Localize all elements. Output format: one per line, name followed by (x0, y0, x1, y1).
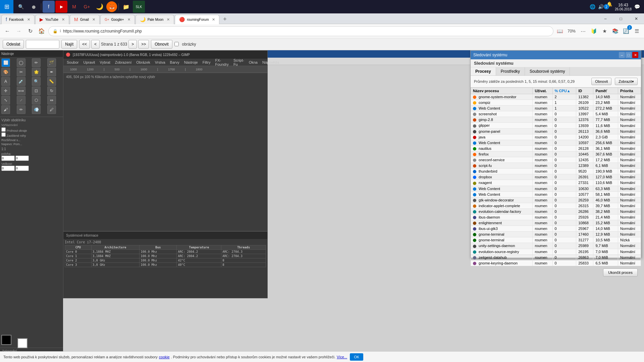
pos-x-input[interactable] (1, 156, 15, 161)
tool-foreground[interactable]: 🌟 (32, 68, 41, 76)
tool-by-color[interactable]: 🎨 (1, 68, 10, 76)
process-row-8[interactable]: Web Content roumen 0 10597 256,6 MiB Nor… (471, 140, 641, 145)
tab-gmail[interactable]: M Gmail ✕ (70, 15, 100, 24)
tool-paths[interactable]: ✒ (47, 68, 56, 76)
start-button[interactable]: ⊞ (0, 0, 13, 13)
background-color[interactable] (17, 338, 28, 348)
process-row-2[interactable]: Web Content roumen 1 10522 272,2 MiB Nor… (471, 106, 641, 111)
process-row-4[interactable]: gimp-2.8 roumen 0 12376 77,7 MiB Normáln… (471, 117, 641, 123)
tool-color-picker[interactable]: 💉 (17, 77, 25, 86)
home-button[interactable]: 🏠 (37, 26, 46, 36)
taskbar-gmail[interactable]: M (68, 1, 80, 13)
taskbar-facebook[interactable]: f (43, 1, 55, 13)
process-row-0[interactable]: gnome-system-monitor roumen 2 11382 14,0… (471, 94, 641, 100)
prev-page-button[interactable]: < (91, 40, 100, 49)
gimp-menu-napoveda[interactable]: Nápověda (260, 60, 281, 65)
tool-free-select[interactable]: ✏ (32, 58, 41, 67)
process-row-17[interactable]: Web Content roumen 0 10577 58,1 MiB Norm… (471, 191, 641, 197)
size-h-input[interactable] (15, 166, 29, 171)
images-checkbox[interactable] (174, 42, 179, 46)
tool-rotate[interactable]: ↻ (47, 86, 56, 95)
process-row-12[interactable]: script-fu roumen 0 12389 6,1 MiB Normáln… (471, 163, 641, 169)
tool-pencil[interactable]: ✏ (17, 105, 25, 114)
url-text[interactable]: https://www.rouming.cz/roumingForumII.ph… (63, 29, 549, 34)
tm-maximize[interactable]: □ (626, 52, 632, 58)
back-button[interactable]: ← (3, 26, 12, 36)
process-row-27[interactable]: evolution-source-registry roumen 0 26195… (471, 249, 641, 254)
gimp-menu-vrstva[interactable]: Vrstva (153, 60, 167, 65)
gimp-menu-vybrat[interactable]: Vybrat (98, 60, 112, 65)
reader-view-icon[interactable]: 📖 (555, 26, 565, 36)
taskbar-slk[interactable]: SLK (133, 1, 145, 13)
library-icon[interactable]: 📚 (610, 26, 620, 36)
process-row-23[interactable]: ibus-ui-gtk3 roumen 0 25967 14,0 MiB Nor… (471, 226, 641, 232)
tool-flip[interactable]: ⇔ (47, 96, 56, 105)
taskbar-googleplus[interactable]: G+ (81, 1, 93, 13)
tm-tab-resources[interactable]: Prostředky (496, 67, 525, 75)
process-row-25[interactable]: gnome-terminal roumen 0 31277 10,5 MiB N… (471, 237, 641, 243)
maximize-button[interactable]: □ (613, 13, 629, 24)
tool-align[interactable]: ⟺ (17, 86, 25, 95)
process-row-13[interactable]: thunderbird roumen 0 9520 190,9 MiB Norm… (471, 169, 641, 174)
submit-button[interactable]: Odeslat (3, 40, 24, 49)
last-page-button[interactable]: >> (138, 40, 149, 49)
tab-youtube-close[interactable]: ✕ (62, 17, 65, 22)
volume-icon[interactable]: 🔊 (598, 4, 604, 9)
tool-paint[interactable]: 🖌 (1, 105, 10, 114)
process-row-18[interactable]: gtk-window-decorator roumen 0 26259 46,0… (471, 197, 641, 203)
taskbar-youtube[interactable]: ▶ (55, 1, 67, 13)
bookmark-icon[interactable]: ★ (600, 26, 609, 36)
col-mem[interactable]: Paměť (593, 88, 618, 94)
tab-youtube[interactable]: ▶ YouTube ✕ (35, 15, 69, 24)
taskbar-palemoon[interactable]: 🌙 (94, 1, 106, 13)
process-row-5[interactable]: glipper roumen 0 13939 11,6 MiB Normální (471, 123, 641, 128)
process-row-6[interactable]: gnome-panel roumen 0 26113 36,6 MiB Norm… (471, 128, 641, 134)
tool-move[interactable]: ✛ (1, 86, 10, 95)
process-row-22[interactable]: enlightenment roumen 0 10868 15,2 MiB No… (471, 220, 641, 226)
col-cpu[interactable]: % CPU▲ (552, 88, 576, 94)
gimp-menu-fxfoundry[interactable]: FX-Foundry (213, 58, 231, 67)
gimp-menu-scriptfu[interactable]: Script-Fu (231, 58, 246, 67)
tm-refresh-btn[interactable]: Obnovit (591, 78, 611, 85)
cookie-ok-button[interactable]: OK (350, 353, 363, 361)
tab-facebook-close[interactable]: ✕ (27, 17, 30, 22)
col-priority[interactable]: Priorita (618, 88, 641, 94)
tool-zoom[interactable]: 🔍 (32, 77, 41, 86)
tool-rect-select[interactable]: ⬜ (1, 58, 10, 67)
tab-gplus-close[interactable]: ✕ (127, 17, 130, 22)
cookie-more-link[interactable]: Více... (337, 355, 347, 359)
process-row-29[interactable]: gnome-keyring-daemon roumen 0 25833 6,5 … (471, 260, 641, 266)
gimp-menu-soubor[interactable]: Soubor (65, 60, 80, 65)
pocket-icon[interactable]: 🔰 (589, 26, 598, 36)
taskbar-firefox[interactable]: 🦊 (106, 1, 117, 12)
taskbar-filemanager[interactable]: 📁 (120, 1, 132, 13)
process-row-14[interactable]: dropbox roumen 0 26391 127,0 MiB Normáln… (471, 174, 641, 180)
forward-button[interactable]: → (14, 26, 23, 36)
url-bar[interactable]: 🔒 ℹ https://www.rouming.cz/roumingForumI… (48, 26, 553, 36)
gimp-menu-obrazek[interactable]: Obrázek (134, 60, 152, 65)
tm-close[interactable]: ✕ (632, 52, 638, 58)
refresh-button[interactable]: Obnovit (151, 40, 172, 49)
minimize-button[interactable]: – (598, 13, 613, 24)
tool-scale[interactable]: ⤡ (1, 96, 10, 105)
taskbar-icon-cortana[interactable]: ⬤ (28, 1, 40, 13)
process-row-16[interactable]: Web Content roumen 0 10630 63,3 MiB Norm… (471, 186, 641, 191)
search-input[interactable] (26, 40, 59, 49)
tool-crop[interactable]: ⊡ (32, 86, 41, 95)
first-page-button[interactable]: << (79, 40, 90, 49)
gimp-menu-zobrazeni[interactable]: Zobrazení (113, 60, 134, 65)
process-row-7[interactable]: java roumen 0 14200 2,3 GiB Normální (471, 134, 641, 140)
taskbar-notifications-btn[interactable]: 💬 (634, 4, 640, 9)
tool-fuzzy-select[interactable]: 🪄 (47, 58, 56, 67)
tab-gmail-close[interactable]: ✕ (92, 17, 95, 22)
tool-ink[interactable]: 🖊 (47, 105, 56, 114)
find-button[interactable]: Najít (61, 40, 77, 49)
tool-measure[interactable]: 📏 (47, 77, 56, 86)
tm-kill-btn[interactable]: Ukončit proces (603, 268, 638, 277)
smooth-checkbox[interactable] (1, 127, 6, 132)
process-row-15[interactable]: nxagent roumen 0 27331 110,6 MiB Normáln… (471, 180, 641, 186)
tab-rouming-close[interactable]: ✕ (212, 17, 215, 22)
gimp-menu-barvy[interactable]: Barvy (168, 60, 181, 65)
close-button[interactable]: ✕ (629, 13, 644, 24)
tm-minimize[interactable]: – (619, 52, 625, 58)
